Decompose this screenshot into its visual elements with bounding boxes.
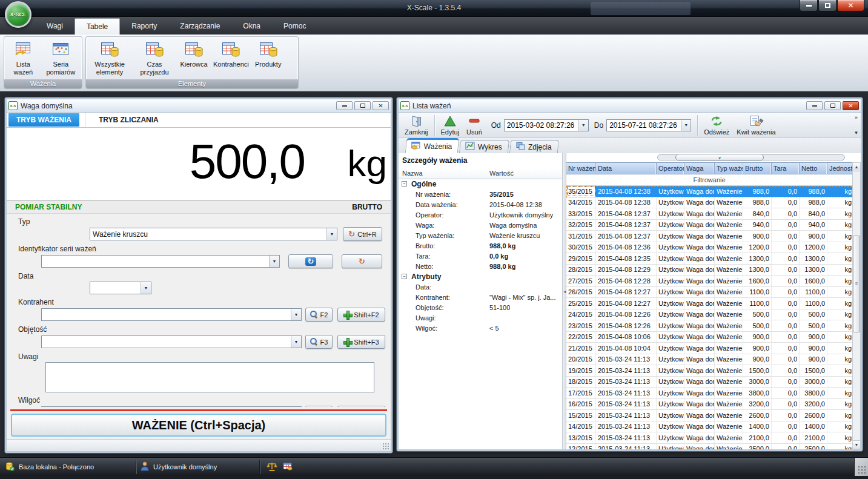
grid-column-header[interactable]: Data [596, 163, 657, 174]
grid-row[interactable]: 23/20152015-04-08 12:26Użytkownik domyśl… [566, 320, 852, 332]
chevron-down-icon[interactable]: ▼ [326, 228, 337, 240]
weigh-button[interactable]: WAŻENIE (Ctrl+Spacja) [11, 414, 386, 437]
main-titlebar[interactable]: X-Scale - 1.3.5.4 ✕ [0, 0, 868, 17]
date-to-picker[interactable]: 2015-07-21 08:27:26 ▼ [606, 119, 691, 131]
ribbon-button-lista-wazen[interactable]: Lista ważeń [5, 38, 41, 81]
grid-row[interactable]: 20/20152015-03-24 11:13Użytkownik domyśl… [566, 354, 852, 366]
window-resize-grip[interactable] [854, 458, 868, 476]
chevron-down-icon[interactable]: ▼ [578, 120, 588, 131]
objetosc-combobox[interactable]: ▼ [41, 335, 302, 348]
details-item-row[interactable]: Data: [399, 282, 562, 292]
collapse-expander-icon[interactable]: − [402, 274, 407, 279]
data-combobox[interactable]: ▼ [90, 282, 151, 294]
grid-row[interactable]: 12/20152015-03-24 11:13Użytkownik domyśl… [566, 444, 852, 450]
weighing-receipt-button[interactable]: Kwit ważenia [733, 113, 779, 137]
delete-button[interactable]: Usuń [463, 113, 486, 137]
wilgoc-add-button[interactable]: Shift+F4 [337, 406, 385, 407]
details-item-row[interactable]: Operator:Użytkownik domyślny [399, 210, 562, 220]
tab-wykres[interactable]: Wykres [459, 140, 509, 153]
close-button[interactable]: ✕ [843, 101, 859, 110]
grid-column-header[interactable]: Waga [684, 163, 715, 174]
grid-row[interactable]: 22/20152015-04-08 10:06Użytkownik domyśl… [566, 332, 852, 343]
close-button[interactable]: ✕ [373, 101, 389, 110]
details-item-row[interactable]: Waga:Waga domyślna [399, 220, 562, 231]
grid-vertical-scrollbar[interactable]: ▲ ≡ ▼ [852, 162, 861, 449]
grid-row[interactable]: 16/20152015-03-24 11:13Użytkownik domyśl… [566, 399, 852, 411]
kontrahent-combobox[interactable]: ▼ [41, 308, 302, 321]
grid-top-scrollbar-thumb[interactable]: ∨ [675, 154, 764, 161]
objetosc-find-button[interactable]: F3 [305, 335, 333, 349]
ribbon-tab-zarządzanie[interactable]: Zarządzanie [168, 18, 231, 35]
grid-row[interactable]: 13/20152015-03-24 11:13Użytkownik domyśl… [566, 432, 852, 444]
collapse-expander-icon[interactable]: − [402, 181, 407, 187]
details-item-row[interactable]: Kontrahent:"Wagi - Mix" sp. j. Ja... [399, 292, 562, 303]
grid-column-header[interactable]: Netto [800, 163, 827, 174]
grid-filter-row[interactable]: Filtrowanie [566, 174, 852, 186]
grid-row[interactable]: 31/20152015-04-08 12:37Użytkownik domyśl… [566, 231, 852, 242]
ribbon-button-czas-przyjazdu[interactable]: Czas przyjazdu [132, 38, 177, 81]
ribbon-button-kontrahenci[interactable]: Kontrahenci [211, 38, 251, 81]
details-item-row[interactable]: Objętość:51-100 [399, 303, 562, 313]
grid-row[interactable]: 14/20152015-03-24 11:13Użytkownik domyśl… [566, 421, 852, 433]
details-grid-splitter[interactable]: ◄ [562, 153, 566, 449]
grid-row[interactable]: 28/20152015-04-08 12:29Użytkownik domyśl… [566, 265, 852, 276]
grid-column-header[interactable]: Jednostka [827, 163, 852, 174]
grid-row[interactable]: 35/20152015-04-08 12:38Użytkownik domyśl… [566, 186, 852, 197]
grid-row[interactable]: 15/20152015-03-24 11:13Użytkownik domyśl… [566, 410, 852, 421]
typ-combobox[interactable]: Ważenie kruszcu ▼ [90, 228, 337, 240]
tab-wazenia[interactable]: Ważenia [405, 138, 460, 153]
scroll-down-button[interactable]: ▼ [853, 440, 860, 449]
uwagi-textarea[interactable] [45, 362, 374, 392]
grid-column-header[interactable]: Nr ważenia [566, 163, 596, 174]
maximize-button[interactable] [818, 0, 837, 12]
ribbon-button-produkty[interactable]: Produkty [251, 38, 285, 81]
tab-zdjecia[interactable]: Zdjęcia [509, 140, 559, 153]
kontrahent-find-button[interactable]: F2 [305, 308, 333, 322]
minimize-button[interactable] [806, 101, 823, 110]
ribbon-tab-pomoc[interactable]: Pomoc [272, 18, 317, 35]
details-item-row[interactable]: Data ważenia:2015-04-08 12:38 [399, 200, 562, 210]
weighings-table-icon[interactable] [283, 462, 293, 472]
details-item-row[interactable]: Uwagi: [399, 313, 562, 323]
restore-button[interactable] [354, 101, 371, 110]
list-window-titlebar[interactable]: X-S Lista ważeń ✕ [399, 99, 861, 113]
minimize-button[interactable] [336, 101, 353, 110]
date-from-picker[interactable]: 2015-03-02 08:27:26 ▼ [504, 119, 589, 131]
seria-sync-button[interactable]: ↻ [342, 254, 382, 268]
resize-grip[interactable] [382, 443, 389, 450]
details-item-row[interactable]: Typ ważenia:Ważenie kruszcu [399, 231, 562, 241]
details-item-row[interactable]: Wilgoć:< 5 [399, 323, 562, 334]
ribbon-button-kierowca[interactable]: Kierowca [177, 38, 211, 81]
details-item-row[interactable]: Tara:0,0 kg [399, 251, 562, 262]
objetosc-add-button[interactable]: Shift+F3 [337, 335, 385, 349]
toolbar-overflow[interactable]: » ▾ [852, 113, 860, 137]
grid-row[interactable]: 18/20152015-03-24 11:13Użytkownik domyśl… [566, 377, 852, 388]
ribbon-tab-okna[interactable]: Okna [231, 18, 272, 35]
grid-row[interactable]: 17/20152015-03-24 11:13Użytkownik domyśl… [566, 388, 852, 399]
grid-row[interactable]: 33/20152015-04-08 12:37Użytkownik domyśl… [566, 208, 852, 220]
grid-row[interactable]: 24/20152015-04-08 12:26Użytkownik domyśl… [566, 309, 852, 321]
restore-button[interactable] [824, 101, 841, 110]
ribbon-button-wszystkie-elementy[interactable]: Wszystkie elementy [87, 38, 132, 81]
chevron-down-icon[interactable]: ▼ [141, 282, 151, 294]
grid-row[interactable]: 32/20152015-04-08 12:37Użytkownik domyśl… [566, 220, 852, 231]
scroll-up-button[interactable]: ▲ [853, 163, 860, 171]
grid-row[interactable]: 19/20152015-03-24 11:13Użytkownik domyśl… [566, 365, 852, 377]
scale-window-titlebar[interactable]: X-S Waga domyślna ✕ [7, 99, 391, 113]
chevron-down-icon[interactable]: ▼ [291, 336, 301, 348]
scale-balance-icon[interactable] [267, 461, 277, 472]
grid-row[interactable]: 34/20152015-04-08 12:38Użytkownik domyśl… [566, 197, 852, 209]
wilgoc-find-button[interactable]: F4 [305, 406, 333, 407]
close-list-button[interactable]: Zamknij [401, 113, 432, 137]
chevron-down-icon[interactable]: ▼ [681, 120, 691, 131]
app-logo[interactable]: X-SCL [5, 1, 31, 28]
grid-column-header[interactable]: Operator [657, 163, 684, 174]
scrollbar-thumb[interactable]: ≡ [853, 236, 860, 332]
grid-column-header[interactable]: Tara [772, 163, 800, 174]
grid-column-header[interactable]: Brutto [743, 163, 772, 174]
close-button[interactable]: ✕ [837, 0, 864, 12]
grid-row[interactable]: 29/20152015-04-08 12:35Użytkownik domyśl… [566, 253, 852, 265]
ribbon-tab-tabele[interactable]: Tabele [75, 18, 120, 35]
minimize-button[interactable] [800, 0, 818, 12]
seria-combobox[interactable]: ▼ [41, 255, 280, 268]
